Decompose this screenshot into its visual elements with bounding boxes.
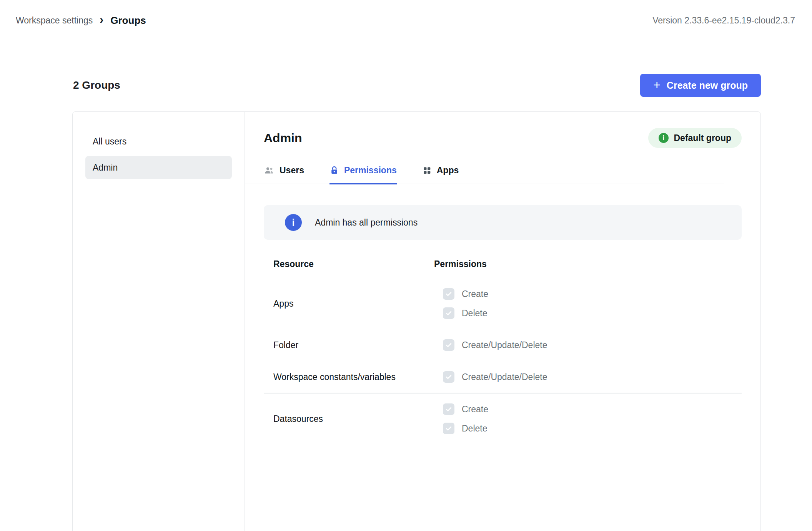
- permissions-table: Resource Permissions AppsCreateDeleteFol…: [264, 249, 742, 444]
- groups-sidebar: All usersAdmin: [73, 112, 245, 531]
- permission-line: Delete: [443, 307, 488, 319]
- resource-label: Workspace constants/variables: [264, 372, 434, 382]
- permission-checkbox[interactable]: [443, 288, 454, 300]
- table-header-row: Resource Permissions: [264, 249, 742, 278]
- plus-icon: +: [653, 79, 661, 92]
- permission-label: Create: [462, 289, 488, 299]
- create-new-group-label: Create new group: [667, 80, 748, 91]
- default-group-badge: i Default group: [648, 128, 742, 148]
- permission-line: Create/Update/Delete: [443, 339, 547, 351]
- permissions-cell: CreateDelete: [434, 403, 488, 434]
- permission-label: Create: [462, 404, 488, 415]
- top-bar: Workspace settings › Groups Version 2.33…: [0, 0, 812, 41]
- permissions-cell: Create/Update/Delete: [434, 371, 547, 383]
- tab-apps[interactable]: Apps: [422, 165, 459, 184]
- users-icon: [264, 165, 275, 176]
- lock-icon: [329, 166, 339, 175]
- group-tabs: UsersPermissionsApps: [245, 165, 724, 184]
- permission-checkbox[interactable]: [443, 371, 454, 383]
- group-title: Admin: [264, 131, 302, 145]
- tab-users[interactable]: Users: [264, 165, 304, 184]
- permission-label: Delete: [462, 423, 487, 434]
- breadcrumb-groups: Groups: [110, 15, 146, 27]
- groups-toolbar: 2 Groups + Create new group: [73, 74, 761, 97]
- permission-checkbox[interactable]: [443, 423, 454, 434]
- info-icon: i: [659, 133, 669, 143]
- permission-checkbox[interactable]: [443, 307, 454, 319]
- table-row: FolderCreate/Update/Delete: [264, 329, 742, 361]
- permissions-rows: AppsCreateDeleteFolderCreate/Update/Dele…: [264, 278, 742, 444]
- permission-label: Delete: [462, 308, 487, 319]
- tab-label: Users: [280, 165, 304, 176]
- chevron-right-icon: ›: [100, 14, 103, 27]
- permission-checkbox[interactable]: [443, 339, 454, 351]
- groups-card: All usersAdmin Admin i Default group Use…: [72, 111, 761, 531]
- panel-header: Admin i Default group: [264, 128, 742, 148]
- permission-line: Create/Update/Delete: [443, 371, 547, 383]
- resource-label: Datasources: [264, 414, 434, 424]
- info-icon: i: [285, 214, 302, 231]
- version-label: Version 2.33.6-ee2.15.19-cloud2.3.7: [652, 15, 795, 26]
- breadcrumb-workspace-settings[interactable]: Workspace settings: [16, 15, 93, 26]
- column-header-resource: Resource: [264, 259, 434, 269]
- create-new-group-button[interactable]: + Create new group: [640, 74, 761, 97]
- table-row: DatasourcesCreateDelete: [264, 393, 742, 444]
- apps-icon: [422, 166, 432, 175]
- resource-label: Folder: [264, 340, 434, 350]
- permissions-cell: Create/Update/Delete: [434, 339, 547, 351]
- table-row: AppsCreateDelete: [264, 278, 742, 329]
- sidebar-item-all-users[interactable]: All users: [85, 130, 232, 153]
- groups-count: 2 Groups: [73, 79, 120, 91]
- default-group-label: Default group: [674, 133, 732, 143]
- permission-checkbox[interactable]: [443, 403, 454, 415]
- permissions-banner-text: Admin has all permissions: [315, 217, 418, 228]
- tab-permissions[interactable]: Permissions: [329, 165, 397, 184]
- tab-label: Apps: [437, 165, 459, 176]
- permission-line: Create: [443, 403, 488, 415]
- group-detail-panel: Admin i Default group UsersPermissionsAp…: [245, 112, 760, 531]
- breadcrumb: Workspace settings › Groups: [16, 14, 146, 27]
- permission-line: Delete: [443, 423, 488, 434]
- permission-label: Create/Update/Delete: [462, 372, 547, 382]
- permission-line: Create: [443, 288, 488, 300]
- permissions-banner: i Admin has all permissions: [264, 205, 742, 240]
- permissions-cell: CreateDelete: [434, 288, 488, 319]
- table-row: Workspace constants/variablesCreate/Upda…: [264, 361, 742, 393]
- tab-label: Permissions: [344, 165, 397, 176]
- permission-label: Create/Update/Delete: [462, 340, 547, 350]
- sidebar-item-admin[interactable]: Admin: [85, 156, 232, 179]
- resource-label: Apps: [264, 299, 434, 309]
- column-header-permissions: Permissions: [434, 259, 487, 269]
